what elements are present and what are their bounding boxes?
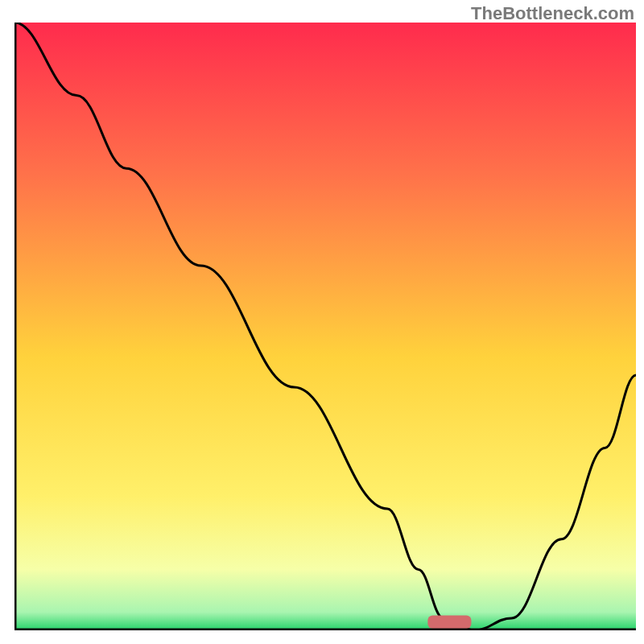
watermark-text: TheBottleneck.com	[471, 3, 634, 24]
chart-svg	[14, 23, 636, 630]
gradient-background	[14, 23, 636, 630]
plot-area	[14, 23, 636, 630]
optimal-marker	[427, 615, 471, 629]
chart-container: TheBottleneck.com	[0, 0, 644, 644]
